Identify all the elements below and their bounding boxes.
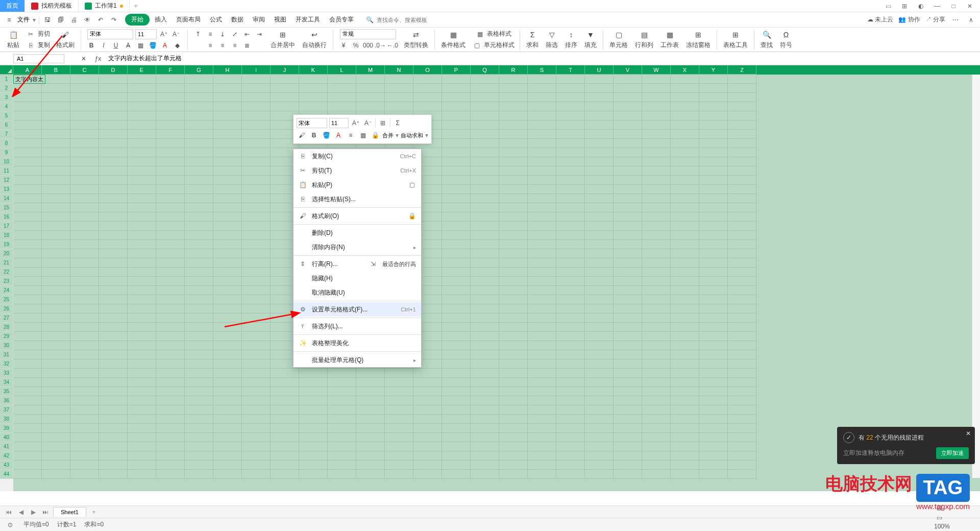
size-select[interactable]	[135, 29, 157, 39]
coop-button[interactable]: 👥 协作	[898, 15, 920, 24]
row-header-40[interactable]: 40	[0, 433, 13, 442]
col-header-F[interactable]: F	[156, 65, 185, 75]
cm-row-height[interactable]: ⇕行高(R)...⇲最适合的行高	[293, 257, 421, 271]
row-header-32[interactable]: 32	[0, 359, 13, 369]
cancel-formula-icon[interactable]: ✕	[79, 54, 89, 64]
row-header-20[interactable]: 20	[0, 249, 13, 258]
minimize-button[interactable]: —	[931, 0, 943, 12]
row-header-35[interactable]: 35	[0, 387, 13, 396]
col-header-L[interactable]: L	[328, 65, 356, 75]
tab-home[interactable]: 首页	[0, 0, 25, 12]
type-convert-button[interactable]: ⇄类型转换	[401, 29, 431, 51]
col-header-N[interactable]: N	[385, 65, 413, 75]
copy-icon[interactable]: ⎘	[26, 40, 36, 51]
col-header-V[interactable]: V	[614, 65, 642, 75]
sheet-add[interactable]: ＋	[89, 508, 99, 517]
row-header-29[interactable]: 29	[0, 332, 13, 341]
tab-formula[interactable]: 公式	[206, 13, 226, 26]
col-header-G[interactable]: G	[185, 65, 213, 75]
mini-dec-font-icon[interactable]: A⁻	[363, 118, 373, 128]
bold-icon[interactable]: B	[86, 40, 96, 51]
row-header-36[interactable]: 36	[0, 396, 13, 405]
row-header-16[interactable]: 16	[0, 212, 13, 222]
mini-font-select[interactable]	[297, 118, 327, 128]
merge-button[interactable]: ⊞合并居中	[267, 29, 298, 51]
row-header-22[interactable]: 22	[0, 268, 13, 277]
cm-format-painter[interactable]: 🖌格式刷(O)🔒	[293, 209, 421, 223]
fill-button[interactable]: ▼填充	[581, 29, 600, 51]
align-right-icon[interactable]: ≡	[230, 40, 240, 51]
cells[interactable]: 文字内容太	[13, 75, 980, 491]
mini-autosum-label[interactable]: 自动求和	[401, 132, 423, 139]
row-header-38[interactable]: 38	[0, 415, 13, 424]
row-header-37[interactable]: 37	[0, 405, 13, 415]
col-header-I[interactable]: I	[242, 65, 271, 75]
cm-hide[interactable]: 隐藏(H)	[293, 271, 421, 285]
align-center-icon[interactable]: ≡	[217, 40, 228, 51]
row-header-23[interactable]: 23	[0, 277, 13, 286]
mini-inc-font-icon[interactable]: A⁺	[351, 118, 361, 128]
notif-action-button[interactable]: 立即加速	[936, 447, 969, 459]
currency-icon[interactable]: ¥	[338, 40, 349, 51]
name-box[interactable]	[13, 54, 64, 63]
vertical-scrollbar[interactable]	[972, 75, 980, 478]
mini-size-select[interactable]	[329, 118, 349, 128]
row-header-12[interactable]: 12	[0, 176, 13, 185]
cm-copy[interactable]: ⎘复制(C)Ctrl+C	[293, 149, 421, 163]
mini-font-color-icon[interactable]: A	[333, 130, 344, 140]
cm-format-cells[interactable]: ⚙设置单元格格式(F)...Ctrl+1	[293, 302, 421, 317]
row-header-44[interactable]: 44	[0, 470, 13, 479]
save-icon[interactable]: 🖫	[42, 15, 53, 25]
row-header-13[interactable]: 13	[0, 185, 13, 194]
row-header-30[interactable]: 30	[0, 341, 13, 350]
align-middle-icon[interactable]: ≡	[205, 29, 215, 39]
save-as-icon[interactable]: 🗐	[56, 15, 66, 25]
row-header-8[interactable]: 8	[0, 139, 13, 148]
row-header-18[interactable]: 18	[0, 231, 13, 240]
apps-icon[interactable]: ⊞	[898, 0, 911, 12]
dec-inc-icon[interactable]: .0→	[375, 40, 385, 51]
tab-member[interactable]: 会员专享	[325, 13, 358, 26]
tab-add[interactable]: ＋	[130, 0, 142, 12]
cell-a1[interactable]: 文字内容太	[13, 75, 45, 84]
col-header-R[interactable]: R	[499, 65, 528, 75]
format-painter-button[interactable]: 🖌格式刷	[53, 29, 78, 51]
row-header-34[interactable]: 34	[0, 378, 13, 387]
increase-font-icon[interactable]: A⁺	[159, 29, 169, 39]
col-header-S[interactable]: S	[528, 65, 556, 75]
cond-format-button[interactable]: ▦条件格式	[438, 29, 469, 51]
tab-template[interactable]: 找稻壳模板	[25, 0, 79, 12]
row-header-11[interactable]: 11	[0, 166, 13, 176]
row-header-21[interactable]: 21	[0, 258, 13, 268]
maximize-button[interactable]: □	[947, 0, 960, 12]
row-header-26[interactable]: 26	[0, 304, 13, 313]
percent-icon[interactable]: %	[351, 40, 361, 51]
row-header-28[interactable]: 28	[0, 323, 13, 332]
more-icon[interactable]: ⋯	[950, 15, 961, 25]
share-button[interactable]: ↗ 分享	[925, 15, 945, 24]
col-header-J[interactable]: J	[271, 65, 299, 75]
sheet-tab-1[interactable]: Sheet1	[53, 507, 86, 517]
mini-merge-label[interactable]: 合并	[382, 132, 394, 139]
row-header-3[interactable]: 3	[0, 93, 13, 102]
tab-view[interactable]: 视图	[270, 13, 290, 26]
mini-sum-icon[interactable]: Σ	[393, 118, 403, 128]
fx-icon[interactable]: ƒx	[93, 54, 103, 64]
zoom-level[interactable]: 100%	[934, 523, 950, 530]
row-header-7[interactable]: 7	[0, 130, 13, 139]
row-header-14[interactable]: 14	[0, 194, 13, 203]
cell-button[interactable]: ▢单元格	[606, 29, 631, 51]
sheet-nav-last[interactable]: ⏭	[41, 508, 50, 517]
row-header-42[interactable]: 42	[0, 451, 13, 461]
col-header-O[interactable]: O	[413, 65, 442, 75]
col-header-K[interactable]: K	[299, 65, 328, 75]
table-style-button[interactable]: ▦表格样式	[475, 29, 511, 39]
user-icon[interactable]: ◐	[915, 0, 927, 12]
row-header-17[interactable]: 17	[0, 222, 13, 231]
row-header-6[interactable]: 6	[0, 120, 13, 130]
row-header-10[interactable]: 10	[0, 157, 13, 166]
sheet-nav-next[interactable]: ▶	[29, 508, 38, 517]
cm-clear[interactable]: 清除内容(N)▸	[293, 240, 421, 254]
orientation-icon[interactable]: ⤢	[230, 29, 240, 39]
fill-color-icon[interactable]: 🪣	[148, 40, 158, 51]
